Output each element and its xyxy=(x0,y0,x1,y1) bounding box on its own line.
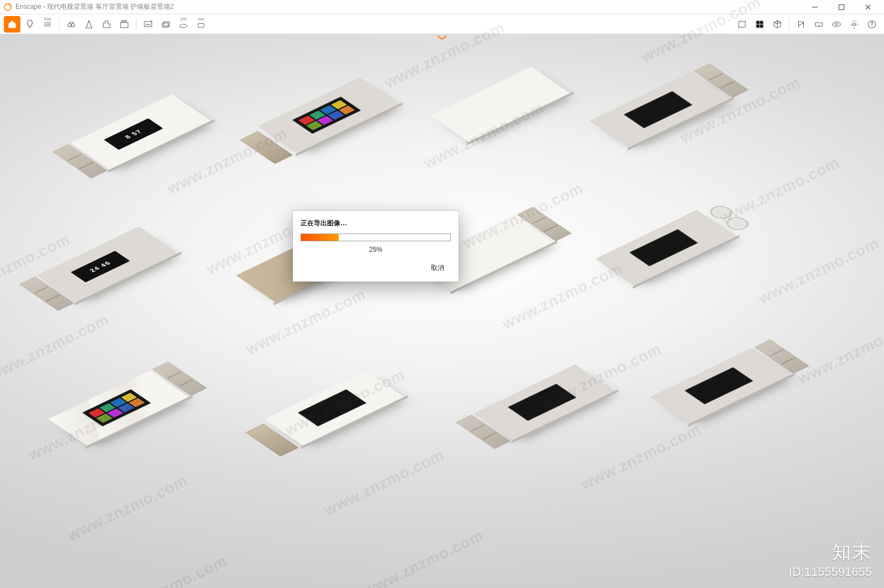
scene-content: 8 57 24 46 xyxy=(55,51,829,548)
svg-rect-1 xyxy=(839,4,844,9)
render-viewport[interactable]: 8 57 24 46 知末 ID:1155591655 xyxy=(0,34,884,588)
window-titlebar: Enscape - 现代电视背景墙 客厅背景墙 护墙板背景墙2 xyxy=(0,0,884,14)
app-icon xyxy=(3,3,12,12)
svg-point-2 xyxy=(68,23,71,27)
progress-bar xyxy=(301,234,451,241)
svg-rect-10 xyxy=(756,21,759,24)
svg-rect-6 xyxy=(162,23,169,27)
panel-drag-handle[interactable] xyxy=(436,34,448,41)
progress-percent-label: 25% xyxy=(301,246,451,253)
screenshot-button[interactable] xyxy=(140,16,156,33)
panorama-button[interactable]: 360 xyxy=(175,16,192,33)
settings-button[interactable] xyxy=(846,16,862,33)
toolbar-separator xyxy=(789,18,790,30)
svg-rect-7 xyxy=(164,22,170,26)
svg-rect-11 xyxy=(760,21,763,24)
orbit-cube-button[interactable] xyxy=(769,16,786,33)
cancel-button[interactable]: 取消 xyxy=(424,260,451,276)
buildings-button[interactable] xyxy=(98,16,115,33)
svg-rect-4 xyxy=(120,23,128,28)
video-clapper-button[interactable] xyxy=(116,16,133,33)
watermark-id: ID:1155591655 xyxy=(789,565,872,579)
maximize-button[interactable] xyxy=(829,0,854,14)
exe-export-button[interactable]: exe xyxy=(193,16,209,33)
svg-rect-9 xyxy=(198,23,204,28)
visual-presets-button[interactable] xyxy=(828,16,845,33)
wall-clock-display: 8 57 xyxy=(104,118,164,150)
wall-clock-display: 24 46 xyxy=(71,251,130,282)
exe-label: exe xyxy=(198,17,204,21)
minimap-button[interactable] xyxy=(734,16,750,33)
main-toolbar: BIM 360 exe xyxy=(0,14,884,34)
dialog-title: 正在导出图像… xyxy=(301,219,451,228)
svg-point-3 xyxy=(71,23,75,27)
svg-rect-12 xyxy=(756,24,759,27)
home-button[interactable] xyxy=(4,16,20,33)
binoculars-button[interactable] xyxy=(63,16,80,33)
svg-point-20 xyxy=(853,23,856,25)
svg-point-8 xyxy=(180,24,187,28)
vr-headset-button[interactable] xyxy=(811,16,827,33)
bim-menu-button[interactable]: BIM xyxy=(39,16,56,33)
export-progress-dialog: 正在导出图像… 25% 取消 xyxy=(293,211,459,282)
walkthrough-path-button[interactable] xyxy=(793,16,809,33)
watermark-brand: 知末 xyxy=(789,539,872,565)
svg-point-19 xyxy=(835,23,838,25)
favorite-pin-button[interactable] xyxy=(22,16,38,33)
batch-render-button[interactable] xyxy=(157,16,174,33)
bim-label: BIM xyxy=(44,17,51,21)
compass-view-button[interactable] xyxy=(81,16,97,33)
svg-rect-13 xyxy=(760,24,763,27)
pano-label: 360 xyxy=(180,17,187,21)
progress-fill xyxy=(301,234,339,241)
watermark-credit: 知末 ID:1155591655 xyxy=(789,539,872,579)
toolbar-separator xyxy=(59,18,60,30)
close-button[interactable] xyxy=(855,0,881,14)
window-title: Enscape - 现代电视背景墙 客厅背景墙 护墙板背景墙2 xyxy=(15,2,174,12)
help-button[interactable] xyxy=(864,16,880,33)
toolbar-separator xyxy=(136,18,136,30)
minimize-button[interactable] xyxy=(802,0,828,14)
asset-library-button[interactable] xyxy=(751,16,768,33)
